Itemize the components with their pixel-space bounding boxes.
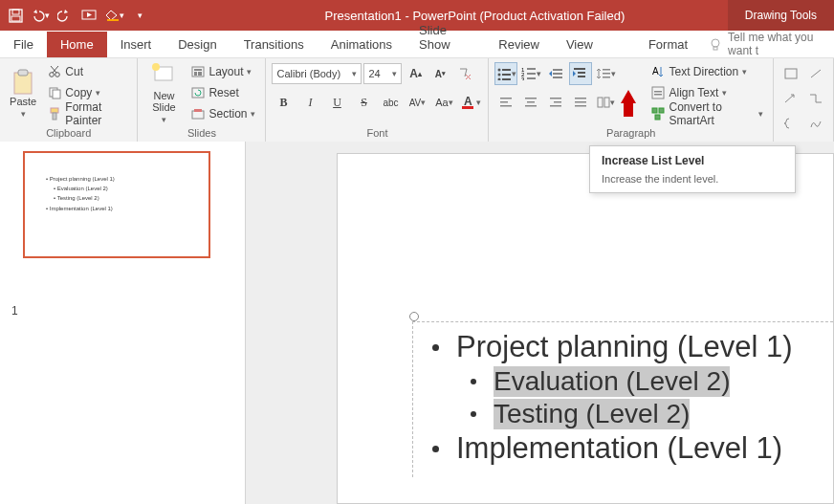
tab-insert[interactable]: Insert (107, 32, 165, 57)
svg-point-30 (497, 78, 500, 81)
svg-rect-20 (198, 72, 202, 76)
increase-indent-button[interactable] (569, 62, 592, 85)
underline-button[interactable]: U (325, 91, 348, 114)
align-left-button[interactable] (494, 91, 517, 114)
bullet-text: Evaluation (Level 2) (494, 366, 730, 397)
shape-scribble-icon[interactable] (804, 112, 827, 135)
save-icon[interactable] (6, 6, 25, 25)
tab-view[interactable]: View (553, 32, 606, 57)
tab-home[interactable]: Home (47, 32, 107, 57)
shape-rectangle-icon[interactable] (779, 62, 802, 85)
character-spacing-button[interactable]: AV▾ (406, 91, 428, 114)
clipboard-icon (11, 69, 35, 94)
shape-line-icon[interactable] (804, 62, 827, 85)
shape-fill-qat-icon[interactable]: ▾ (105, 6, 124, 25)
svg-rect-37 (527, 77, 536, 79)
line-spacing-button[interactable]: ▾ (594, 62, 617, 85)
section-button[interactable]: Section▾ (187, 104, 259, 123)
tooltip-increase-list-level: Increase List Level Increase the indent … (589, 145, 796, 193)
bullet-item[interactable]: Evaluation (Level 2) (421, 366, 833, 397)
format-painter-label: Format Painter (65, 100, 127, 127)
layout-label: Layout (208, 65, 243, 78)
font-size-value: 24 (368, 68, 380, 79)
tab-format[interactable]: Format (635, 32, 701, 57)
thumb-line: • Implementation (Level 1) (46, 204, 208, 213)
change-case-button[interactable]: Aa▾ (432, 91, 455, 114)
svg-rect-59 (598, 98, 603, 107)
svg-rect-12 (53, 90, 60, 99)
font-name-combo[interactable]: Calibri (Body)▾ (272, 63, 362, 84)
tab-review[interactable]: Review (485, 32, 553, 57)
shape-arrow-icon[interactable] (779, 87, 802, 110)
redo-icon[interactable] (55, 6, 75, 25)
italic-button[interactable]: I (298, 91, 321, 114)
content-placeholder[interactable]: Project planning (Level 1)Evaluation (Le… (412, 321, 833, 477)
bold-button[interactable]: B (272, 91, 295, 114)
justify-button[interactable] (569, 91, 592, 114)
qat-customize-icon[interactable]: ▾ (130, 6, 149, 25)
smartart-icon (651, 107, 665, 121)
thumb-line: • Project planning (Level 1) (46, 174, 208, 184)
cut-label: Cut (65, 65, 83, 78)
cut-button[interactable]: Cut (44, 62, 131, 81)
tab-file[interactable]: File (0, 32, 47, 57)
start-from-beginning-icon[interactable] (80, 6, 99, 25)
svg-point-28 (497, 74, 500, 77)
svg-point-16 (152, 63, 160, 71)
svg-rect-53 (550, 98, 561, 99)
slide-thumbnail-1[interactable]: • Project planning (Level 1) • Evaluatio… (23, 151, 210, 258)
tab-animations[interactable]: Animations (318, 32, 406, 57)
rotation-handle-icon[interactable] (409, 312, 419, 321)
bullet-item[interactable]: Project planning (Level 1) (421, 330, 833, 364)
svg-rect-31 (502, 78, 511, 80)
svg-rect-25 (462, 106, 473, 109)
align-text-button[interactable]: Align Text▾ (647, 83, 767, 102)
paste-button[interactable]: Paste ▾ (6, 62, 40, 125)
tooltip-title: Increase List Level (602, 154, 783, 167)
shape-brace-icon[interactable] (779, 112, 802, 135)
bullet-item[interactable]: Implementation (Level 1) (421, 431, 833, 466)
reset-icon (191, 87, 205, 99)
group-label-clipboard: Clipboard (6, 125, 131, 141)
slide-canvas[interactable]: Project planning (Level 1)Evaluation (Le… (337, 153, 834, 504)
undo-icon[interactable]: ▾ (31, 6, 50, 25)
font-size-combo[interactable]: 24▾ (363, 63, 402, 84)
bullet-text: Implementation (Level 1) (456, 431, 782, 466)
bullets-button[interactable]: ▾ (494, 62, 517, 85)
decrease-font-size-button[interactable]: A▾ (428, 62, 451, 85)
columns-button[interactable]: ▾ (594, 91, 617, 114)
strikethrough-button[interactable]: S (352, 91, 375, 114)
font-color-button[interactable]: A▾ (459, 91, 482, 114)
text-direction-button[interactable]: AText Direction▾ (647, 62, 767, 81)
svg-rect-52 (525, 105, 537, 107)
svg-rect-49 (500, 105, 512, 107)
align-text-label: Align Text (669, 86, 718, 99)
svg-text:A: A (652, 66, 659, 77)
lightbulb-icon (709, 37, 722, 51)
bullet-item[interactable]: Testing (Level 2) (421, 399, 833, 429)
new-slide-button[interactable]: NewSlide ▾ (143, 62, 184, 125)
svg-text:A: A (464, 95, 472, 108)
tab-transitions[interactable]: Transitions (230, 32, 318, 57)
svg-rect-62 (652, 87, 664, 99)
align-center-button[interactable] (519, 91, 542, 114)
tell-me-search[interactable]: Tell me what you want t (701, 31, 834, 57)
group-label-font: Font (272, 125, 482, 141)
reset-button[interactable]: Reset (187, 83, 259, 102)
layout-button[interactable]: Layout▾ (187, 62, 259, 81)
svg-rect-55 (550, 105, 561, 107)
svg-rect-58 (575, 105, 586, 107)
tab-design[interactable]: Design (165, 32, 230, 57)
text-shadow-button[interactable]: abc (379, 91, 402, 114)
convert-to-smartart-button[interactable]: Convert to SmartArt▾ (647, 104, 767, 123)
shape-connector-icon[interactable] (804, 87, 827, 110)
align-right-button[interactable] (544, 91, 567, 114)
format-painter-button[interactable]: Format Painter (44, 104, 131, 123)
copy-button[interactable]: Copy▾ (44, 83, 131, 102)
numbering-button[interactable]: 123▾ (519, 62, 542, 85)
clear-formatting-button[interactable] (453, 62, 476, 85)
increase-font-size-button[interactable]: A▴ (404, 62, 427, 85)
tab-slideshow[interactable]: Slide Show (406, 17, 485, 57)
bullet-dot-icon (432, 446, 439, 452)
decrease-indent-button[interactable] (544, 62, 567, 85)
